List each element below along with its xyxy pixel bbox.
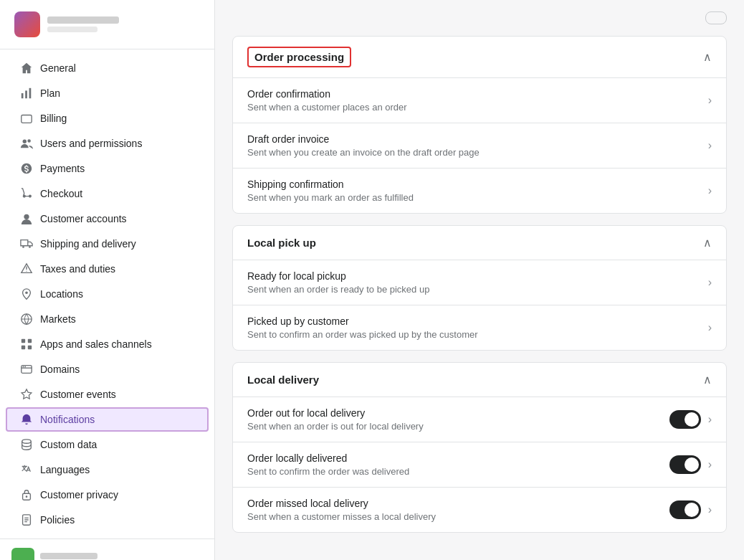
list-item[interactable]: Order missed local delivery Sent when a … (233, 487, 726, 532)
item-desc: Sent when an order is ready to be picked… (247, 284, 429, 295)
list-item[interactable]: Ready for local pickup Sent when an orde… (233, 260, 726, 305)
section-header-order-processing[interactable]: Order processing ∧ (233, 37, 726, 77)
item-right: › (708, 139, 712, 152)
sidebar-item-languages[interactable]: Languages (6, 457, 209, 482)
list-item[interactable]: Draft order invoice Sent when you create… (233, 123, 726, 168)
sidebar-item-plan[interactable]: Plan (6, 81, 209, 105)
bell-icon (20, 413, 33, 426)
item-title: Order confirmation (247, 88, 407, 100)
sidebar-item-checkout[interactable]: Checkout (6, 181, 209, 206)
sidebar-item-customer-accounts[interactable]: Customer accounts (6, 207, 209, 231)
chevron-right-icon: › (708, 413, 712, 426)
item-text: Shipping confirmation Sent when you mark… (247, 179, 414, 203)
sidebar-label-taxes: Taxes and duties (40, 263, 115, 275)
page-header (215, 0, 744, 36)
footer-text-block (40, 553, 97, 561)
chevron-right-icon: › (708, 503, 712, 516)
languages-icon (20, 463, 33, 476)
apps-icon (20, 338, 33, 351)
sidebar-item-domains[interactable]: Domains (6, 357, 209, 381)
users-icon (20, 137, 33, 150)
toggle-switch[interactable] (669, 410, 701, 429)
sidebar-item-notifications[interactable]: Notifications (6, 407, 209, 432)
item-desc: Sent when you mark an order as fulfilled (247, 192, 414, 203)
list-item[interactable]: Shipping confirmation Sent when you mark… (233, 168, 726, 213)
sidebar-item-markets[interactable]: Markets (6, 307, 209, 331)
svg-point-5 (27, 139, 31, 143)
item-title: Draft order invoice (247, 133, 480, 145)
content-area: Order processing ∧ Order confirmation Se… (215, 36, 744, 560)
chevron-up-icon: ∧ (703, 373, 712, 386)
customize-email-templates-button[interactable] (705, 11, 727, 24)
sidebar-label-languages: Languages (40, 464, 90, 475)
logo-name (47, 16, 119, 24)
policies-icon (20, 513, 33, 526)
main-content: Order processing ∧ Order confirmation Se… (215, 0, 744, 560)
sidebar-label-notifications: Notifications (40, 414, 95, 425)
item-right: › (708, 321, 712, 334)
chevron-right-icon: › (708, 276, 712, 289)
item-title: Order locally delivered (247, 452, 409, 464)
list-item[interactable]: Order locally delivered Sent to confirm … (233, 442, 726, 487)
sidebar-item-users[interactable]: Users and permissions (6, 131, 209, 156)
item-desc: Sent when an order is out for local deli… (247, 421, 424, 432)
sidebar-item-billing[interactable]: Billing (6, 106, 209, 130)
sidebar: General Plan Billing Users and permissio… (0, 0, 215, 560)
item-right: › (669, 455, 712, 474)
taxes-icon (20, 262, 33, 275)
privacy-icon (20, 488, 33, 501)
sidebar-item-customer-privacy[interactable]: Customer privacy (6, 483, 209, 507)
svg-point-4 (23, 140, 27, 143)
section-title-order-processing: Order processing (247, 47, 351, 67)
chevron-up-icon: ∧ (703, 236, 712, 250)
sidebar-item-customer-events[interactable]: Customer events (6, 382, 209, 407)
section-header-local-pickup[interactable]: Local pick up ∧ (233, 226, 726, 260)
location-icon (20, 288, 33, 300)
toggle-switch[interactable] (669, 500, 701, 519)
item-right: › (669, 410, 712, 429)
item-text: Ready for local pickup Sent when an orde… (247, 270, 429, 295)
section-header-local-delivery[interactable]: Local delivery ∧ (233, 363, 726, 397)
list-item[interactable]: Picked up by customer Sent to confirm an… (233, 305, 726, 350)
svg-rect-1 (25, 90, 27, 98)
toggle-switch[interactable] (669, 455, 701, 474)
sidebar-label-general: General (40, 62, 76, 74)
sidebar-item-custom-data[interactable]: Custom data (6, 432, 209, 457)
logo-text (47, 16, 119, 32)
sidebar-logo (0, 0, 214, 49)
sidebar-item-payments[interactable]: Payments (6, 156, 209, 181)
sidebar-item-apps[interactable]: Apps and sales channels (6, 332, 209, 356)
sidebar-item-shipping[interactable]: Shipping and delivery (6, 232, 209, 256)
svg-point-18 (22, 440, 32, 443)
list-item[interactable]: Order out for local delivery Sent when a… (233, 397, 726, 442)
markets-icon (20, 313, 33, 326)
item-title: Ready for local pickup (247, 270, 429, 282)
sidebar-item-locations[interactable]: Locations (6, 282, 209, 306)
sidebar-label-customer-events: Customer events (40, 389, 116, 400)
billing-icon (20, 112, 33, 125)
chevron-right-icon: › (708, 321, 712, 334)
item-desc: Sent to confirm the order was delivered (247, 466, 409, 477)
sidebar-label-checkout: Checkout (40, 188, 82, 199)
chevron-right-icon: › (708, 458, 712, 471)
sidebar-item-policies[interactable]: Policies (6, 508, 209, 532)
svg-rect-2 (29, 88, 32, 98)
sidebar-item-taxes[interactable]: Taxes and duties (6, 257, 209, 281)
svg-rect-3 (22, 115, 32, 123)
item-desc: Sent when you create an invoice on the d… (247, 147, 480, 158)
chevron-right-icon: › (708, 184, 712, 197)
chevron-right-icon: › (708, 94, 712, 107)
events-icon (20, 388, 33, 401)
sidebar-label-customer-privacy: Customer privacy (40, 489, 118, 500)
section-order-processing: Order processing ∧ Order confirmation Se… (232, 36, 727, 214)
sidebar-item-general[interactable]: General (6, 56, 209, 80)
svg-point-9 (25, 291, 28, 294)
list-item[interactable]: Order confirmation Sent when a customer … (233, 77, 726, 123)
svg-point-6 (24, 214, 29, 219)
sidebar-footer (0, 538, 214, 560)
svg-point-7 (22, 246, 24, 248)
plan-icon (20, 87, 33, 100)
payments-icon (20, 162, 33, 175)
item-desc: Sent when a customer places an order (247, 102, 407, 113)
item-title: Order out for local delivery (247, 407, 424, 419)
